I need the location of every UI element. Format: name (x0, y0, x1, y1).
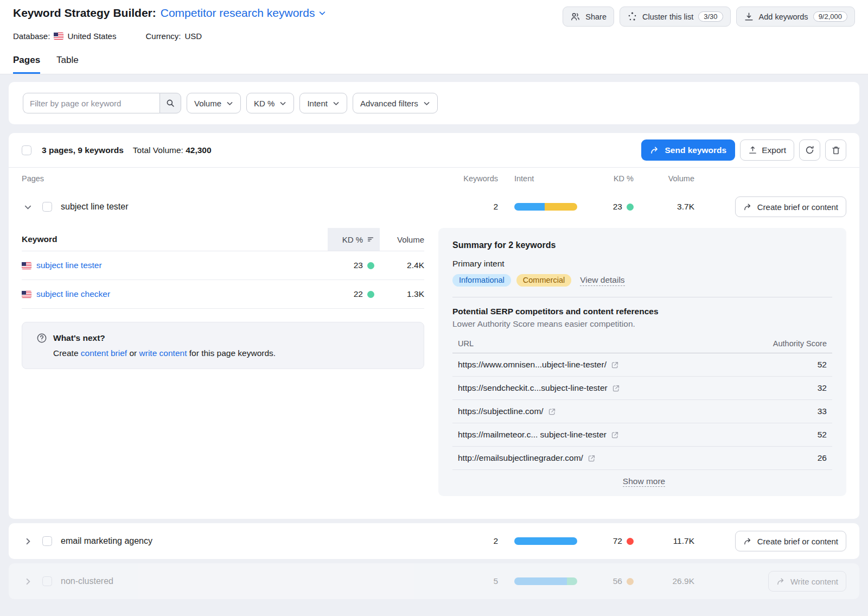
intent-bar (514, 203, 577, 211)
competitor-url: https://www.omnisen...ubject-line-tester… (458, 360, 607, 370)
list-name: Competitor research keywords (161, 7, 315, 20)
write-content-label: Write content (790, 577, 838, 586)
competitor-row: https://sendcheckit.c...subject-line-tes… (452, 377, 832, 400)
keyword-list-pane: Keyword KD % Volume subject line tester … (22, 228, 424, 496)
kd-difficulty-dot (627, 578, 634, 585)
table-row[interactable]: email marketing agency 2 72 11.7K Create… (9, 523, 859, 559)
volume-column-header: Volume (380, 228, 424, 251)
total-volume: Total Volume: 42,300 (133, 145, 212, 155)
keyword-link[interactable]: subject line checker (36, 289, 110, 299)
authority-score: 33 (818, 407, 827, 416)
external-link-icon[interactable] (611, 361, 619, 369)
competitors-table: URL Authority Score https://www.omnisen.… (452, 336, 832, 470)
write-content-button[interactable]: Write content (768, 571, 846, 592)
export-button[interactable]: Export (740, 139, 794, 161)
row-checkbox[interactable] (42, 202, 52, 212)
keywords-summary-panel: Summary for 2 keywords Primary intent In… (438, 228, 846, 496)
kd-value: 23 (613, 202, 622, 212)
external-link-icon[interactable] (611, 431, 619, 439)
collapse-row-button[interactable] (22, 201, 34, 213)
pages-table-header: Pages Keywords Intent KD % Volume (9, 168, 859, 189)
expand-row-button[interactable] (22, 575, 34, 587)
intent-filter-label: Intent (307, 99, 328, 108)
tab-pages[interactable]: Pages (13, 55, 40, 74)
currency-value: USD (184, 31, 202, 41)
send-arrow-icon (650, 145, 660, 155)
total-volume-label: Total Volume: (133, 145, 183, 155)
volume-value: 2.4K (380, 261, 424, 270)
filter-search-input[interactable] (23, 93, 159, 113)
share-button[interactable]: Share (563, 7, 614, 27)
pages-table-card: non-clustered 5 56 26.9K Write content (9, 563, 859, 599)
table-row[interactable]: non-clustered 5 56 26.9K Write content (9, 563, 859, 599)
cluster-list-button[interactable]: Cluster this list 3/30 (620, 7, 731, 27)
cluster-icon (627, 11, 637, 22)
expand-row-button[interactable] (22, 535, 34, 547)
whats-next-prefix: Create (53, 348, 81, 358)
kd-value: 22 (354, 289, 363, 299)
external-link-icon[interactable] (612, 384, 620, 392)
table-toolbar: 3 pages, 9 keywords Total Volume: 42,300… (9, 133, 859, 168)
add-keywords-label: Add keywords (759, 12, 808, 21)
select-all-checkbox[interactable] (22, 145, 31, 155)
tab-table[interactable]: Table (56, 55, 79, 74)
search-button[interactable] (159, 93, 181, 113)
delete-button[interactable] (825, 139, 846, 161)
chevron-down-icon (279, 100, 286, 107)
volume-value: 1.3K (380, 289, 424, 299)
send-keywords-button[interactable]: Send keywords (641, 139, 735, 161)
commercial-intent-badge: Commercial (516, 274, 571, 287)
competitor-url: http://emailsubjectlinegrader.com/ (458, 453, 583, 463)
intent-filter-dropdown[interactable]: Intent (299, 93, 347, 113)
chevron-down-icon (24, 203, 32, 211)
column-intent: Intent (498, 174, 587, 183)
kd-sort-header[interactable]: KD % (328, 228, 380, 251)
whats-next-suffix: for this page keywords. (187, 348, 276, 358)
app-header: Keyword Strategy Builder: Competitor res… (0, 0, 868, 74)
share-label: Share (585, 12, 607, 21)
kd-filter-dropdown[interactable]: KD % (246, 93, 294, 113)
chevron-right-icon (24, 577, 32, 586)
summary-title: Summary for 2 keywords (452, 240, 832, 250)
volume-filter-label: Volume (194, 99, 221, 108)
row-checkbox[interactable] (42, 536, 52, 546)
refresh-button[interactable] (799, 139, 820, 161)
competitor-row: http://emailsubjectlinegrader.com/ 26 (452, 447, 832, 470)
volume-value: 3.7K (634, 202, 694, 212)
chevron-down-icon (333, 100, 340, 107)
show-more-link[interactable]: Show more (623, 477, 665, 487)
send-arrow-icon (743, 202, 752, 212)
add-keywords-button[interactable]: Add keywords 9/2,000 (736, 7, 855, 27)
keyword-link[interactable]: subject line tester (36, 261, 102, 270)
page-name: email marketing agency (61, 536, 152, 546)
view-details-link[interactable]: View details (580, 275, 624, 286)
whats-next-text: Create content brief or write content fo… (36, 348, 410, 358)
currency-label: Currency: (145, 31, 181, 41)
external-link-icon[interactable] (588, 454, 596, 462)
whats-next-mid: or (127, 348, 139, 358)
cluster-count-badge: 3/30 (698, 11, 723, 22)
row-checkbox[interactable] (42, 576, 52, 586)
authority-score: 26 (818, 453, 827, 463)
keywords-count: 5 (460, 576, 498, 586)
create-brief-button[interactable]: Create brief or content (735, 531, 846, 551)
external-link-icon[interactable] (548, 408, 556, 416)
whats-next-title: What's next? (53, 333, 105, 343)
write-content-link[interactable]: write content (139, 348, 187, 358)
authority-score: 32 (818, 383, 827, 393)
serp-competitors-title: Potential SERP competitors and content r… (452, 307, 832, 316)
list-name-dropdown[interactable]: Competitor research keywords (161, 7, 326, 20)
database-value: United States (67, 31, 116, 41)
volume-filter-dropdown[interactable]: Volume (187, 93, 241, 113)
create-brief-button[interactable]: Create brief or content (735, 196, 846, 217)
content-brief-link[interactable]: content brief (81, 348, 127, 358)
column-kd: KD % (587, 174, 634, 183)
kd-column-label: KD % (342, 235, 363, 244)
us-flag-icon (22, 291, 31, 298)
advanced-filters-dropdown[interactable]: Advanced filters (353, 93, 438, 113)
table-row[interactable]: subject line tester 2 23 3.7K Create bri… (9, 189, 859, 225)
export-label: Export (762, 145, 786, 155)
share-users-icon (570, 11, 580, 22)
column-pages: Pages (22, 174, 460, 183)
keyword-row: subject line checker 22 1.3K (22, 280, 424, 309)
